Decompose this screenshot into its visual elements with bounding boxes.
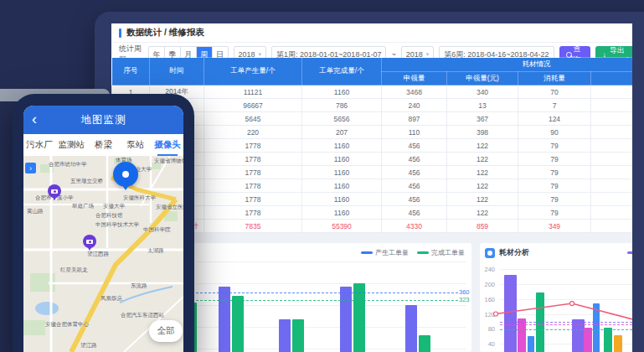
table-cell: 340 <box>447 85 518 99</box>
table-cell: 70 <box>518 85 591 99</box>
table-cell: 1778 <box>204 193 302 206</box>
map-label: 安徽大学 <box>103 203 125 210</box>
map-label: 红星美凯龙 <box>60 267 88 274</box>
table-cell: 456 <box>382 153 447 166</box>
table-cell: 456 <box>382 206 447 220</box>
table-cell: 330 <box>591 220 633 233</box>
map-label: 中国科学技术大学 <box>95 221 139 229</box>
table-cell: 79 <box>518 153 591 166</box>
table-cell: 367 <box>447 112 518 126</box>
phone-screen: ‹ 地图监测 污水厂监测站桥梁泵站摄像头 合肥市琥珀中学体育场安徽农业大学安徽省… <box>23 106 183 352</box>
map-label: 安徽合肥体育中心 <box>45 321 89 329</box>
table-cell: 1160 <box>302 166 382 179</box>
show-all-button[interactable]: 全部 <box>149 320 183 342</box>
map-label: 东流路 <box>131 282 147 290</box>
phone-tab-桥梁[interactable]: 桥梁 <box>87 134 119 156</box>
col-header: 时间 <box>150 58 204 85</box>
map-label: 合肥市琥珀中学 <box>49 161 87 168</box>
table-cell: 96667 <box>204 99 302 112</box>
chart-icon <box>485 248 495 258</box>
y-axis-tick: 80 <box>480 325 495 333</box>
page: 数据统计 / 维修报表 统计周期: 年季月周日 2018 ▾ 第1周: 2018… <box>0 0 644 352</box>
table-cell: 19 <box>591 126 633 139</box>
camera-pin[interactable] <box>83 235 96 248</box>
table-cell: 2500 <box>591 85 633 99</box>
map-view[interactable]: 合肥市琥珀中学体育场安徽农业大学安徽省博物馆五里墩立交桥合肥市宁溪小学翠庭广场安… <box>23 156 183 352</box>
table-cell: 1778 <box>204 153 302 166</box>
map-label: 合肥汽车客运西站 <box>121 312 164 319</box>
sub-col-header: 金额 <box>591 72 633 85</box>
table-cell: 1160 <box>302 193 382 206</box>
consumable-chart-card: 耗材分析2402001601208040 <box>480 243 632 352</box>
sub-col-header: 申领量 <box>382 72 447 85</box>
bar-系列4 <box>604 328 612 352</box>
phone-page-title: 地图监测 <box>81 113 126 127</box>
table-cell: 129 <box>591 112 633 126</box>
table-cell: 122 <box>447 139 518 153</box>
map-label: 安徽省立医院 <box>156 204 183 211</box>
map-label: 中国科学院 <box>143 226 171 234</box>
table-cell: 5656 <box>302 112 382 126</box>
average-line-label: 323 <box>459 296 470 303</box>
chart-legend: 产生工单量完成工单量 <box>361 248 465 257</box>
table-cell: 79 <box>518 193 591 206</box>
breadcrumb-accent <box>119 28 121 38</box>
breadcrumb: 数据统计 / 维修报表 <box>126 27 204 39</box>
legend-dash-icon <box>361 251 373 254</box>
table-cell: 240 <box>382 99 447 112</box>
sub-col-header: 消耗量 <box>518 72 591 85</box>
table-cell: 897 <box>382 112 447 126</box>
map-label: 望江路 <box>80 342 97 349</box>
table-cell: 207 <box>302 126 382 139</box>
phone-tab-污水厂[interactable]: 污水厂 <box>23 134 55 156</box>
table-cell: 456 <box>382 193 447 206</box>
average-line <box>500 322 632 323</box>
group-header: 耗材情况 <box>382 58 633 72</box>
table-cell: 122 <box>447 179 518 193</box>
phone-mockup: ‹ 地图监测 污水厂监测站桥梁泵站摄像头 合肥市琥珀中学体育场安徽农业大学安徽省… <box>13 94 194 352</box>
y-axis-tick: 40 <box>480 340 495 348</box>
bar-产生工单量 <box>279 319 291 352</box>
bar-产生工单量 <box>219 287 230 352</box>
table-cell: 456 <box>382 166 447 179</box>
phone-tab-监测站[interactable]: 监测站 <box>55 134 87 156</box>
table-cell: 67 <box>591 166 633 179</box>
table-cell: 650 <box>591 99 633 112</box>
phone-tab-泵站[interactable]: 泵站 <box>120 134 152 156</box>
table-cell: 7835 <box>204 220 302 233</box>
bar-完成工单量 <box>292 319 304 352</box>
table-cell: 1778 <box>204 179 302 193</box>
map-label: 翠庭广场 <box>72 203 94 210</box>
table-cell: 859 <box>447 220 518 233</box>
chart-title-row: 耗材分析 <box>485 247 529 258</box>
bar-产生工单量 <box>340 287 352 352</box>
col-header: 工单完成量/个 <box>302 58 382 85</box>
map-label: 合肥科技馆 <box>95 212 123 220</box>
phone-header: ‹ 地图监测 <box>23 106 183 134</box>
breadcrumb-bar: 数据统计 / 维修报表 <box>111 23 632 43</box>
table-cell: 79 <box>518 179 591 193</box>
map-label: 太湖路 <box>147 247 164 255</box>
legend-dash-icon <box>417 251 429 254</box>
table-cell: 79 <box>518 206 591 220</box>
bar-系列3 <box>528 336 534 352</box>
y-axis-tick: 200 <box>480 281 495 288</box>
phone-tab-bar: 污水厂监测站桥梁泵站摄像头 <box>23 134 183 157</box>
y-axis-tick: 120 <box>480 311 495 318</box>
map-label: 黄山路 <box>27 208 44 215</box>
table-cell: 55390 <box>302 220 382 233</box>
phone-tab-摄像头[interactable]: 摄像头 <box>152 134 183 156</box>
table-cell: 220 <box>204 126 302 139</box>
col-header: 序号 <box>112 58 150 85</box>
camera-pin[interactable] <box>48 184 61 198</box>
bar-系列2 <box>518 318 526 352</box>
map-expander-button[interactable]: › <box>25 163 36 173</box>
selected-camera-pin[interactable] <box>113 162 138 187</box>
table-cell: 1160 <box>302 139 382 153</box>
back-icon[interactable]: ‹ <box>32 110 37 128</box>
table-cell: 349 <box>518 220 591 233</box>
table-cell: 124 <box>518 112 591 126</box>
table-cell: 122 <box>447 153 518 166</box>
table-cell: 5645 <box>204 112 302 126</box>
bar-系列3 <box>593 303 600 352</box>
